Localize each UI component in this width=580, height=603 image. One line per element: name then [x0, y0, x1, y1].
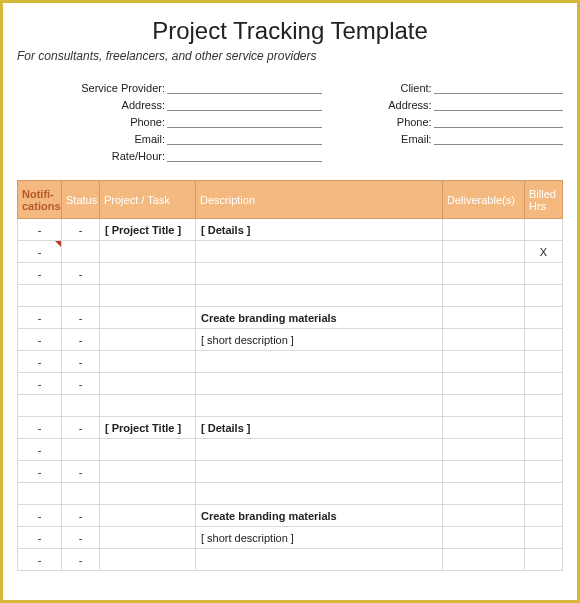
line-client [434, 82, 563, 94]
cell-project [100, 395, 196, 417]
cell-description: Create branding materials [196, 307, 443, 329]
header-billed-hrs: Billed Hrs [525, 181, 563, 219]
cell-status [62, 395, 100, 417]
cell-project [100, 461, 196, 483]
cell-billed-hrs: X [525, 241, 563, 263]
cell-project [100, 263, 196, 285]
cell-description: [ Details ] [196, 219, 443, 241]
cell-status [62, 241, 100, 263]
cell-deliverables [443, 505, 525, 527]
cell-deliverables [443, 285, 525, 307]
cell-project [100, 307, 196, 329]
cell-status: - [62, 351, 100, 373]
label-service-provider: Service Provider: [17, 82, 167, 94]
cell-status: - [62, 219, 100, 241]
cell-billed-hrs [525, 505, 563, 527]
cell-description [196, 285, 443, 307]
cell-deliverables [443, 483, 525, 505]
header-description: Description [196, 181, 443, 219]
cell-description [196, 373, 443, 395]
cell-billed-hrs [525, 461, 563, 483]
cell-status [62, 439, 100, 461]
cell-description: [ short description ] [196, 527, 443, 549]
cell-notif: - [18, 219, 62, 241]
cell-description [196, 351, 443, 373]
cell-billed-hrs [525, 549, 563, 571]
cell-deliverables [443, 307, 525, 329]
header-project-task: Project / Task [100, 181, 196, 219]
cell-notif: - [18, 241, 62, 263]
cell-billed-hrs [525, 395, 563, 417]
cell-description [196, 461, 443, 483]
cell-description: [ short description ] [196, 329, 443, 351]
cell-status: - [62, 549, 100, 571]
table-row: - [18, 439, 563, 461]
cell-status: - [62, 329, 100, 351]
line-client-address [434, 99, 563, 111]
cell-notif: - [18, 439, 62, 461]
cell-project: [ Project Title ] [100, 417, 196, 439]
cell-status [62, 483, 100, 505]
cell-billed-hrs [525, 219, 563, 241]
cell-deliverables [443, 395, 525, 417]
page-subtitle: For consultants, freelancers, and other … [17, 49, 563, 63]
cell-deliverables [443, 329, 525, 351]
cell-billed-hrs [525, 373, 563, 395]
table-row: -- [18, 373, 563, 395]
cell-notif: - [18, 373, 62, 395]
cell-notif: - [18, 307, 62, 329]
cell-project [100, 285, 196, 307]
table-row [18, 285, 563, 307]
cell-deliverables [443, 241, 525, 263]
table-row: --[ Project Title ][ Details ] [18, 417, 563, 439]
cell-project [100, 527, 196, 549]
table-row: --[ short description ] [18, 329, 563, 351]
cell-billed-hrs [525, 483, 563, 505]
table-row [18, 395, 563, 417]
cell-billed-hrs [525, 307, 563, 329]
cell-project [100, 329, 196, 351]
cell-deliverables [443, 351, 525, 373]
cell-billed-hrs [525, 351, 563, 373]
cell-status: - [62, 461, 100, 483]
table-row: --Create branding materials [18, 505, 563, 527]
label-client-address: Address: [334, 99, 434, 111]
line-service-provider [167, 82, 322, 94]
cell-billed-hrs [525, 329, 563, 351]
cell-notif: - [18, 527, 62, 549]
label-client-email: Email: [334, 133, 434, 145]
cell-project [100, 549, 196, 571]
cell-billed-hrs [525, 527, 563, 549]
label-rate: Rate/Hour: [17, 150, 167, 162]
cell-notif: - [18, 351, 62, 373]
cell-project: [ Project Title ] [100, 219, 196, 241]
header-deliverables: Deliverable(s) [443, 181, 525, 219]
cell-description [196, 483, 443, 505]
table-row [18, 483, 563, 505]
table-row: -- [18, 549, 563, 571]
cell-deliverables [443, 219, 525, 241]
table-row: -X [18, 241, 563, 263]
cell-description: Create branding materials [196, 505, 443, 527]
cell-deliverables [443, 417, 525, 439]
cell-billed-hrs [525, 417, 563, 439]
cell-deliverables [443, 373, 525, 395]
cell-notif: - [18, 549, 62, 571]
label-email: Email: [17, 133, 167, 145]
cell-notif [18, 395, 62, 417]
cell-project [100, 373, 196, 395]
cell-billed-hrs [525, 263, 563, 285]
cell-notif [18, 483, 62, 505]
cell-status: - [62, 307, 100, 329]
project-table: Notifi-cations Status Project / Task Des… [17, 180, 563, 571]
line-client-phone [434, 116, 563, 128]
line-address [167, 99, 322, 111]
line-rate [167, 150, 322, 162]
cell-deliverables [443, 549, 525, 571]
cell-deliverables [443, 461, 525, 483]
cell-notif: - [18, 417, 62, 439]
table-row: --Create branding materials [18, 307, 563, 329]
cell-billed-hrs [525, 285, 563, 307]
line-phone [167, 116, 322, 128]
cell-status [62, 285, 100, 307]
